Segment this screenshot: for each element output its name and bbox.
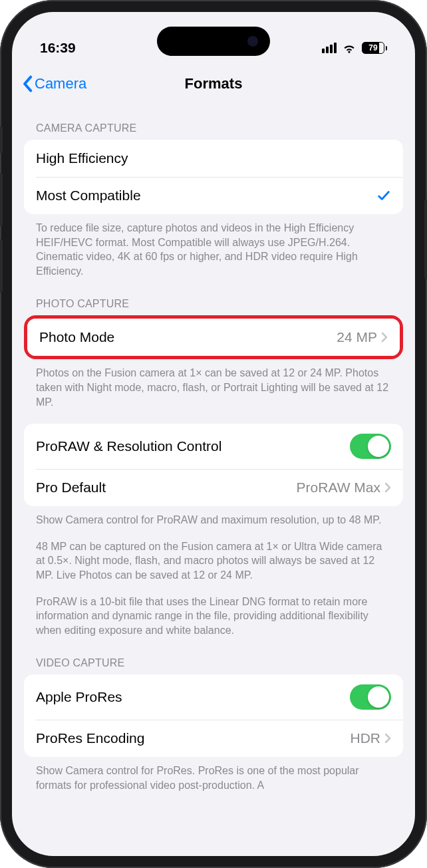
group-video-capture: Apple ProRes ProRes Encoding HDR [24, 674, 403, 757]
footer-photo-mode: Photos on the Fusion camera at 1× can be… [24, 359, 403, 409]
footer-proraw-1: Show Camera control for ProRAW and maxim… [24, 506, 403, 527]
row-most-compatible[interactable]: Most Compatible [24, 177, 403, 214]
row-photo-mode[interactable]: Photo Mode 24 MP [27, 319, 400, 356]
back-label: Camera [35, 75, 86, 92]
back-button[interactable]: Camera [21, 75, 86, 92]
row-value: ProRAW Max [297, 480, 380, 496]
row-apple-prores[interactable]: Apple ProRes [24, 674, 403, 720]
volume-up-button [0, 173, 3, 226]
power-button [424, 200, 427, 279]
row-value: 24 MP [337, 329, 377, 345]
footer-video-capture: Show Camera control for ProRes. ProRes i… [24, 757, 403, 792]
section-header-camera-capture: CAMERA CAPTURE [24, 102, 403, 140]
footer-camera-capture: To reduce file size, capture photos and … [24, 214, 403, 278]
row-label: Apple ProRes [36, 689, 122, 705]
row-label: Photo Mode [39, 329, 114, 345]
chevron-right-icon [384, 733, 391, 744]
section-header-video-capture: VIDEO CAPTURE [24, 637, 403, 674]
chevron-left-icon [21, 75, 33, 92]
row-label: ProRes Encoding [36, 730, 144, 746]
row-label: High Efficiency [36, 150, 128, 166]
group-proraw: ProRAW & Resolution Control Pro Default … [24, 424, 403, 506]
row-pro-default[interactable]: Pro Default ProRAW Max [24, 469, 403, 506]
group-camera-capture: High Efficiency Most Compatible [24, 140, 403, 214]
row-label: ProRAW & Resolution Control [36, 438, 221, 454]
camera-dot-icon [247, 36, 258, 47]
row-high-efficiency[interactable]: High Efficiency [24, 140, 403, 177]
section-header-photo-capture: PHOTO CAPTURE [24, 278, 403, 315]
chevron-right-icon [384, 482, 391, 493]
footer-proraw-2: 48 MP can be captured on the Fusion came… [24, 527, 403, 583]
wifi-icon [342, 41, 356, 55]
volume-down-button [0, 239, 3, 293]
row-label: Pro Default [36, 480, 106, 496]
cellular-signal-icon [322, 43, 337, 53]
dynamic-island [157, 27, 270, 56]
highlight-annotation: Photo Mode 24 MP [24, 315, 403, 359]
row-proraw-control[interactable]: ProRAW & Resolution Control [24, 424, 403, 469]
battery-icon: 79 [362, 42, 387, 54]
group-photo-mode: Photo Mode 24 MP [27, 319, 400, 356]
status-time: 16:39 [40, 40, 76, 56]
row-prores-encoding[interactable]: ProRes Encoding HDR [24, 720, 403, 757]
footer-proraw-3: ProRAW is a 10-bit file that uses the Li… [24, 583, 403, 638]
checkmark-icon [376, 188, 391, 203]
side-button [0, 126, 3, 153]
phone-frame: 16:39 79 Camera Forma [0, 0, 427, 868]
chevron-right-icon [381, 332, 388, 343]
row-value: HDR [351, 730, 381, 746]
toggle-proraw[interactable] [350, 434, 391, 459]
nav-bar: Camera Formats [12, 65, 415, 102]
row-label: Most Compatible [36, 188, 141, 204]
toggle-apple-prores[interactable] [350, 684, 391, 710]
